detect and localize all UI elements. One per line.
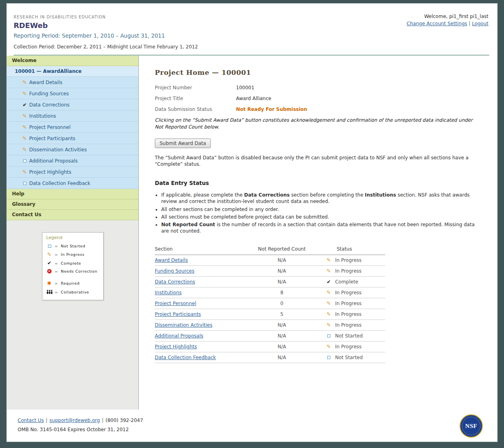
not-reported-count: 8 (246, 287, 318, 298)
sidebar-item-help[interactable]: Help (7, 189, 138, 199)
sidebar-item-project-highlights[interactable]: ✎Project Highlights (7, 167, 138, 178)
not-reported-count: N/A (246, 320, 318, 331)
project-title-row: Project Title Award Alliance (155, 95, 481, 102)
table-row: Data CorrectionsN/A✔Complete (155, 277, 385, 287)
instruction-bullet: All sections must be completed before pr… (161, 214, 481, 220)
separator: | (469, 21, 470, 26)
data-entry-status-table: Section Not Reported Count Status Award … (155, 244, 385, 363)
legend-label: Required (61, 281, 80, 285)
table-row: Funding SourcesN/A✎In Progress (155, 266, 385, 277)
sidebar-item-label: Data Collection Feedback (29, 181, 90, 186)
section-link-institutions[interactable]: Institutions (155, 290, 182, 295)
legend-item-collaborative: =Collaborative (46, 289, 100, 294)
not-reported-count: N/A (246, 342, 318, 352)
sidebar-item-label: Award Details (29, 80, 62, 85)
equals-sign: = (55, 244, 58, 248)
section-link-data-corrections[interactable]: Data Corrections (155, 279, 195, 285)
submit-award-data-button[interactable]: Submit Award Data (155, 139, 211, 148)
section-link-project-highlights[interactable]: Project Highlights (155, 344, 197, 350)
legend-item-not-started: =Not Started (46, 244, 100, 248)
instructions-list: If applicable, please complete the Data … (161, 192, 481, 234)
empty-square-icon (326, 355, 332, 360)
footer-email-link[interactable]: support@rdeweb.org (50, 418, 100, 423)
status-text: In Progress (335, 344, 362, 350)
not-reported-count: N/A (246, 331, 318, 342)
header: RESEARCH IN DISABILITIES EDUCATION RDEWe… (7, 4, 497, 56)
people-icon (46, 289, 53, 294)
project-number-label: Project Number (155, 84, 236, 91)
main-content: Project Home — 100001 Project Number 100… (139, 56, 497, 410)
sidebar-item-project-participants[interactable]: ✎Project Participants (7, 133, 138, 144)
section-link-data-collection-feedback[interactable]: Data Collection Feedback (155, 355, 216, 360)
submission-status-row: Data Submission Status Not Ready For Sub… (155, 106, 481, 113)
instruction-bullet: Not Reported Count is the number of reco… (161, 221, 481, 234)
table-header-row: Section Not Reported Count Status (155, 244, 385, 255)
submit-disclaimer: Clicking on the “Submit Award Data” butt… (155, 117, 481, 131)
not-reported-count: N/A (246, 277, 318, 287)
section-link-additional-proposals[interactable]: Additional Proposals (155, 333, 203, 339)
section-link-project-participants[interactable]: Project Participants (155, 311, 201, 317)
not-reported-count: N/A (246, 352, 318, 363)
pencil-icon: ✎ (326, 322, 332, 327)
table-row: Dissemination ActivitiesN/A✎In Progress (155, 320, 385, 331)
pencil-icon: ✎ (326, 311, 332, 317)
pencil-icon: ✎ (22, 80, 28, 85)
legend-label: Not Started (61, 244, 85, 248)
submission-status-label: Data Submission Status (155, 106, 236, 113)
sidebar-item-project-personnel[interactable]: ✎Project Personnel (7, 122, 138, 133)
table-row: Data Collection FeedbackN/ANot Started (155, 352, 385, 363)
data-entry-status-heading: Data Entry Status (155, 180, 481, 186)
sidebar-item-funding-sources[interactable]: ✎Funding Sources (7, 88, 138, 99)
section-link-funding-sources[interactable]: Funding Sources (155, 268, 194, 274)
pencil-icon: ✎ (22, 125, 28, 130)
sidebar-item-award-details[interactable]: ✎Award Details (7, 77, 138, 88)
legend-item-in-progress: ✎=In Progress (46, 252, 100, 257)
error-circle-icon: ✕ (46, 269, 53, 273)
sidebar-item-label: Additional Proposals (29, 158, 78, 164)
pencil-icon: ✎ (22, 136, 28, 141)
sidebar-item-dissemination-activities[interactable]: ✎Dissemination Activities (7, 144, 138, 155)
separator: | (102, 418, 104, 423)
footer-contact-line: Contact Us|support@rdeweb.org|(800) 392-… (18, 418, 489, 423)
instruction-bullet: All other sections can be completed in a… (161, 206, 481, 213)
pencil-icon: ✎ (22, 91, 28, 96)
sidebar-item-label: Project Highlights (29, 169, 71, 175)
equals-sign: = (55, 290, 58, 294)
column-header-section: Section (155, 244, 246, 255)
legend-title: Legend (46, 235, 100, 240)
check-icon: ✔ (46, 261, 53, 265)
status-text: Not Started (335, 355, 363, 360)
legend-items: =Not Started✎=In Progress✔=Complete✕=Nee… (46, 244, 100, 294)
sidebar: Welcome 100001 — AwardAlliance ✎Award De… (7, 56, 139, 410)
section-link-dissemination-activities[interactable]: Dissemination Activities (155, 322, 212, 328)
submission-status-value: Not Ready For Submission (236, 106, 307, 113)
pencil-icon: ✎ (326, 344, 332, 349)
legend-label: Needs Correction (61, 269, 98, 273)
footer-contact-us-link[interactable]: Contact Us (18, 418, 44, 423)
sidebar-item-data-collection-feedback[interactable]: Data Collection Feedback (7, 178, 138, 189)
equals-sign: = (55, 261, 58, 265)
reporting-period: Reporting Period: September 1, 2010 – Au… (14, 32, 489, 39)
section-link-project-personnel[interactable]: Project Personnel (155, 301, 196, 306)
footer-phone: (800) 392-2047 (106, 418, 143, 423)
sidebar-item-data-corrections[interactable]: ✔Data Corrections (7, 99, 138, 110)
section-link-award-details[interactable]: Award Details (155, 257, 188, 263)
project-number-value: 100001 (236, 84, 254, 91)
sidebar-subitems: ✎Award Details✎Funding Sources✔Data Corr… (7, 77, 138, 189)
header-divider (14, 54, 489, 56)
table-row: Project Personnel0✎In Progress (155, 298, 385, 309)
sidebar-item-welcome[interactable]: Welcome (7, 56, 138, 66)
sidebar-item-institutions[interactable]: ✎Institutions (7, 110, 138, 122)
status-text: Complete (335, 279, 358, 285)
pencil-icon: ✎ (22, 169, 28, 175)
sidebar-item-contact-us[interactable]: Contact Us (7, 210, 138, 220)
sidebar-item-additional-proposals[interactable]: Additional Proposals (7, 155, 138, 167)
logout-link[interactable]: Logout (472, 21, 488, 26)
table-row: Project HighlightsN/A✎In Progress (155, 342, 385, 352)
pencil-icon: ✎ (22, 113, 28, 119)
check-icon: ✔ (22, 102, 28, 107)
empty-square-icon (22, 159, 28, 163)
change-account-settings-link[interactable]: Change Account Settings (407, 21, 467, 26)
sidebar-item-glossary[interactable]: Glossary (7, 199, 138, 210)
sidebar-item-project[interactable]: 100001 — AwardAlliance (7, 66, 138, 77)
